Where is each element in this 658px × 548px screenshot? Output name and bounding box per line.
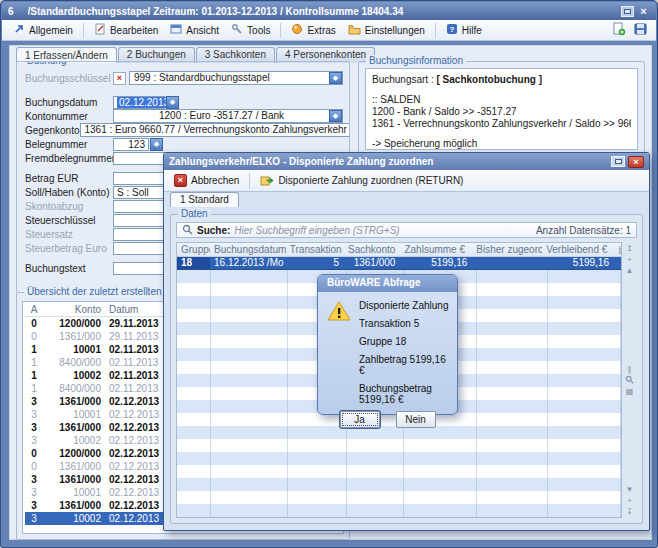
ja-button[interactable]: Ja [340,411,380,428]
close-icon[interactable]: × [637,5,650,17]
payment-row-selected[interactable]: 18 16.12.2013 /Mo 5 1361/000 5199,16 519… [177,257,621,270]
zuordnen-button[interactable]: Disponierte Zahlung zuordnen (RETURN) [254,172,469,190]
group-daten-title: Daten [178,208,211,219]
dialog-buttons: Ja Nein [318,411,457,428]
menu-item-tools[interactable]: Tools [226,21,275,39]
search-input[interactable]: Hier Suchbegriff eingeben (STRG+S) [234,225,532,236]
window-number: 6 [8,6,14,17]
menu-label: Extras [307,25,335,36]
cell-a: 3 [25,512,43,525]
buchungsdatum-input[interactable]: 02.12.2013 [113,96,165,109]
new-document-icon[interactable] [609,21,629,39]
restore-icon[interactable] [621,6,634,17]
record-count: Anzahl Datensätze: 1 [536,225,631,236]
cell-a: 3 [25,486,43,499]
kontonummer-value: 1200 : Euro -3517.27 / Bank [114,110,329,122]
col-verbleibend[interactable]: Verbleibend € [542,243,614,256]
col-buchungsdatum[interactable]: Buchungsdatum [210,243,286,256]
menu-item-einstellungen[interactable]: Einstellungen [343,22,430,39]
menubar: Allgemein Bearbeiten Ansicht Tools Extra… [2,20,656,41]
scroll-down-icon[interactable]: ▼ [626,484,634,495]
col-konto: Konto [43,303,101,316]
search-small-icon[interactable] [625,375,634,386]
col-bisher[interactable]: Bisher zugeordnet [472,243,542,256]
add-icon[interactable]: + [627,495,632,506]
date-spinner-icon[interactable]: ◆ [166,96,179,109]
col-transaktion[interactable]: Transaktion [286,243,344,256]
cell-a: 1 [25,369,43,382]
menu-label: Bearbeiten [110,25,158,36]
buchungsschluessel-select[interactable]: 999 : Standardbuchungsstapel ◆ [129,71,343,85]
cell-konto: 1200/000 [43,447,101,460]
kontonummer-select[interactable]: 1200 : Euro -3517.27 / Bank ◆ [113,109,343,123]
buchungstext-label: Buchungstext [25,263,113,274]
add-icon[interactable]: + [627,254,632,265]
col-gruppe[interactable]: Gruppe [177,243,210,256]
save-icon[interactable] [631,22,650,38]
fremdbelegnummer-label: Fremdbelegnummer [25,153,113,164]
cell-a: 3 [25,473,43,486]
cell-zahlsumme: 5199,16 [400,257,472,269]
copy-icon[interactable]: ▤ [614,243,621,256]
gegenkonto-select[interactable]: 1361 : Euro 9660.77 / Verrechnungskonto … [80,123,351,137]
pause-icon[interactable]: ∥ [628,364,632,375]
settings-folder-icon [348,24,361,37]
cell-verbleibend: 5199,16 [542,257,614,269]
cell-icon [614,257,621,269]
tab-standard[interactable]: 1 Standard [170,192,239,207]
cell-konto: 10001 [43,343,101,356]
cell-a: 0 [25,330,43,343]
cell-a: 0 [25,317,43,330]
salden-header: :: SALDEN [372,94,631,106]
menu-item-bearbeiten[interactable]: Bearbeiten [89,21,163,39]
restore-icon[interactable] [611,156,625,167]
extras-icon [291,23,303,37]
abbrechen-label: Abbrechen [191,175,239,186]
abbrechen-button[interactable]: × Abbrechen [168,172,245,189]
svg-text:?: ? [449,25,454,34]
payment-header-row: Gruppe Buchungsdatum Transaktion Sachkon… [177,243,621,257]
col-zahlsumme[interactable]: Zahlsumme € [400,243,472,256]
payment-titlebar: Zahlungsverkehr/ELKO - Disponierte Zahlu… [164,153,649,170]
soll-haben-label: Soll/Haben (Konto) [25,187,113,198]
dialog-line: Buchungsbetrag 5199,16 € [359,383,451,405]
allgemein-icon [13,23,25,37]
dialog-title: BüroWARE Abfrage [318,275,457,292]
menu-label: Hilfe [462,25,482,36]
cell-a: 1 [25,356,43,369]
search-icon [182,224,193,237]
menu-item-ansicht[interactable]: Ansicht [165,21,224,39]
field-row-buchungsschluessel: Buchungsschlüssel × 999 : Standardbuchun… [25,71,343,85]
clear-icon[interactable]: × [113,72,126,85]
buchungsdatum-value: 02.12.2013 [117,97,171,108]
table-side-toolbar: ↥ + ▲ ∥ ▦ ▼ + ↧ [622,242,637,518]
buchungsdatum-label: Buchungsdatum [25,97,113,108]
cell-a: 3 [25,499,43,512]
scroll-bottom-icon[interactable]: ↧ [626,506,633,517]
nein-button[interactable]: Nein [396,411,436,428]
scroll-up-icon[interactable]: ▲ [626,265,634,276]
scroll-top-icon[interactable]: ↥ [626,243,633,254]
search-label: Suche: [197,225,230,236]
steuerschluessel-label: Steuerschlüssel [25,215,113,226]
dropdown-spinner-icon[interactable]: ◆ [329,110,342,122]
dialog-line: Zahlbetrag 5199,16 € [359,354,451,376]
belegnummer-spinner-icon[interactable]: ◆ [150,138,163,151]
field-row-belegnummer: Belegnummer 123 ◆ [25,137,343,151]
menu-item-extras[interactable]: Extras [286,21,340,39]
payment-toolbar: × Abbrechen Disponierte Zahlung zuordnen… [164,170,649,192]
buchungsinformation-box: Buchungsart : [ Sachkontobuchung ] :: SA… [365,68,638,150]
close-icon[interactable]: × [628,156,644,168]
belegnummer-input[interactable]: 123 [113,138,149,151]
cell-bisher [472,257,542,269]
menu-item-allgemein[interactable]: Allgemein [8,21,78,39]
search-bar[interactable]: Suche: Hier Suchbegriff eingeben (STRG+S… [176,222,637,238]
col-sachkonto[interactable]: Sachkonto [344,243,400,256]
kontonummer-label: Kontonummer [25,111,113,122]
dropdown-spinner-icon[interactable]: ◆ [329,72,342,84]
menu-label: Allgemein [29,25,73,36]
menu-item-hilfe[interactable]: ? Hilfe [441,21,487,39]
skontoabzug-label: Skontoabzug [25,201,113,212]
grid-icon[interactable]: ▦ [626,386,634,397]
cell-buchungsdatum: 16.12.2013 /Mo [210,257,286,269]
